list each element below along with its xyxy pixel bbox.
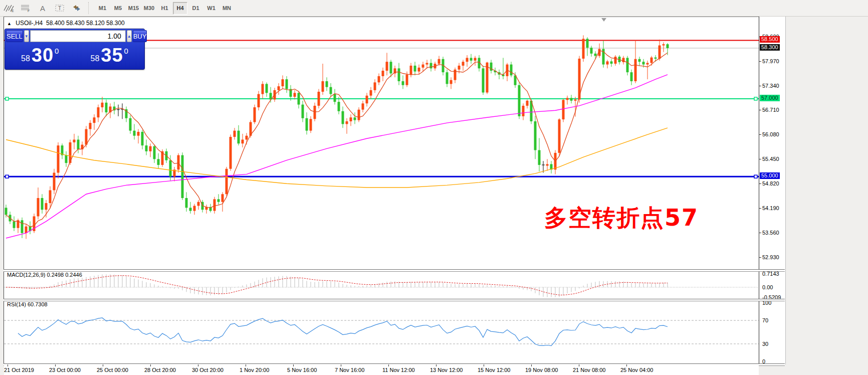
candle-body [370,90,372,96]
ohlc-high: 58.430 [66,20,85,27]
candle-body [350,117,352,121]
candle-body [189,208,192,211]
candle-body [145,145,148,151]
time-tick [626,364,627,366]
price-tick-label: 56.080 [762,131,779,137]
candle-body [638,59,641,62]
volume-input[interactable] [30,30,126,42]
timeframe-button-m15[interactable]: M15 [126,2,141,15]
ohlc-open: 58.400 [46,20,65,27]
hline-handle[interactable] [754,175,757,178]
timeframe-button-w1[interactable]: W1 [204,2,219,15]
candle-body [462,62,465,66]
price-tick-label: 57.970 [762,58,779,64]
timeframe-button-mn[interactable]: MN [220,2,234,15]
candle-body [538,150,541,165]
price-flag-58.300: 58.300 [760,44,780,51]
time-tick [579,364,579,366]
candle-body [358,110,360,120]
timeframe-button-m5[interactable]: M5 [111,2,125,15]
candle-body [326,81,328,87]
candle-body [510,65,513,76]
time-tick [531,364,532,366]
candle-body [402,81,404,85]
candle-body [177,155,180,170]
candle-body [318,92,320,106]
candle-body [482,68,485,92]
candle-body [655,58,657,59]
candle-body [230,137,232,169]
volume-increase-button[interactable]: ▲ [127,30,132,42]
buy-button[interactable]: BUY [133,30,147,42]
candle-body [546,164,549,165]
ohlc-low: 58.120 [86,20,105,27]
hline-handle[interactable] [6,97,9,100]
buy-price-int: 58 [91,54,100,63]
time-tick [55,364,56,366]
text-box-icon[interactable]: T [52,2,67,14]
ma-slow-line [6,128,668,188]
candle-body [298,93,300,104]
text-label-icon[interactable]: A [35,2,50,14]
volume-decrease-button[interactable]: ▼ [24,30,29,42]
shapes-arrow-icon[interactable]: ▼ [69,2,84,14]
price-tick-label: 56.710 [762,107,779,113]
candle-body [137,132,140,136]
price-axis[interactable]: 58.60057.97057.34056.71056.08055.45054.8… [759,17,786,364]
candle-body [346,121,348,124]
price-tick-label: 55.450 [762,156,779,162]
candle-body [21,220,24,233]
candle-body [89,123,92,129]
candle-body [634,59,637,81]
candle-body [582,39,585,59]
candle-body [262,84,264,94]
chart-expert-icon[interactable]: E [1,2,16,14]
time-label: 19 Nov 08:00 [525,367,558,373]
candle-body [362,103,364,109]
hline-handle[interactable] [754,97,757,100]
timeframe-button-h1[interactable]: H1 [157,2,172,15]
candle-body [470,58,473,60]
candle-body [157,159,160,165]
timeframe-button-d1[interactable]: D1 [188,2,203,15]
candle-body [266,84,268,93]
candle-body [254,107,256,122]
annotation-text: 多空转折点57 [544,203,699,234]
rsi-line [18,318,668,346]
time-tick [341,364,341,366]
macd-indicator[interactable] [4,271,759,299]
candle-body [338,102,340,111]
candle-body [526,101,529,106]
buy-price[interactable]: 58 35 0 [76,43,144,67]
toolbar: E F A T ▼ M1M5M15M30H1H4D1W1MN [0,0,868,17]
time-label: 1 Nov 20:00 [240,367,269,373]
time-axis[interactable]: 21 Oct 201923 Oct 00:0025 Oct 00:0028 Oc… [4,364,759,375]
svg-text:T: T [58,6,61,11]
candle-body [222,194,224,202]
candle-body [430,63,432,69]
rsi-indicator[interactable] [4,300,759,364]
candle-body [586,39,589,48]
candle-body [278,86,280,90]
candle-body [418,68,420,72]
sell-price[interactable]: 58 30 0 [6,43,74,67]
hline-handle[interactable] [6,175,9,178]
sell-button[interactable]: SELL [6,30,23,42]
candle-body [594,54,597,56]
indicators-grid-icon[interactable]: F [18,2,33,14]
candle-body [322,81,324,92]
candle-body [390,62,392,73]
time-tick [436,364,437,366]
timeframe-button-m1[interactable]: M1 [95,2,110,15]
candle-body [446,72,449,84]
candle-body [105,103,108,112]
time-tick [8,364,8,366]
candle-body [246,136,248,140]
price-tick [759,61,761,62]
toolbar-separator [88,2,92,14]
timeframe-button-h4[interactable]: H4 [173,2,187,15]
timeframe-button-m30[interactable]: M30 [142,2,156,15]
candle-body [374,82,376,90]
macd-signal-line [6,276,668,295]
chart-shift-marker-icon [601,18,606,22]
